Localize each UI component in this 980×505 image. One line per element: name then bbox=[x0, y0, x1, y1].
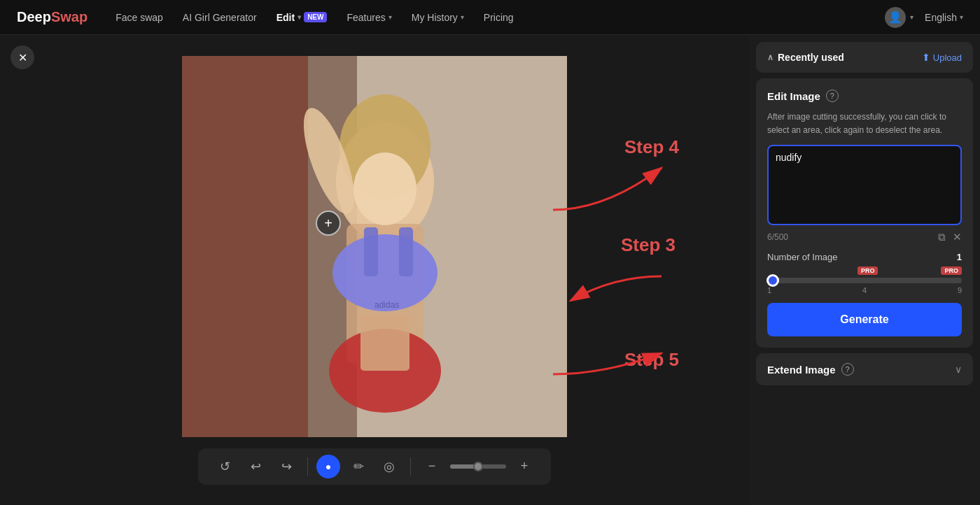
paint-brush-tool[interactable]: ✏ bbox=[346, 454, 371, 479]
extend-help-icon[interactable]: ? bbox=[841, 363, 854, 376]
zoom-slider-track[interactable] bbox=[450, 464, 506, 469]
extend-chevron-icon: ∨ bbox=[955, 364, 962, 375]
recently-used-card: ∧ Recently used ⬆ Upload bbox=[756, 42, 973, 73]
nav-edit[interactable]: Edit ▾ NEW bbox=[276, 12, 328, 23]
step3-label: Step 3 bbox=[621, 234, 676, 256]
copy-icon[interactable]: ⧉ bbox=[938, 231, 946, 243]
svg-rect-1 bbox=[182, 56, 308, 437]
char-count: 6/500 bbox=[767, 232, 788, 242]
image-container: adidas + Step 4 Step 3 Step 5 bbox=[182, 56, 567, 437]
num-images-value: 1 bbox=[957, 252, 962, 262]
svg-point-13 bbox=[354, 152, 416, 225]
navbar: DeepSwap Face swap AI Girl Generator Edi… bbox=[0, 0, 980, 35]
avatar: 👤 bbox=[885, 7, 906, 28]
edit-image-card: Edit Image ? After image cutting success… bbox=[756, 78, 973, 348]
lang-chevron: ▾ bbox=[960, 13, 963, 21]
num-images-row: Number of Image 1 PRO PRO 1 4 9 bbox=[767, 252, 962, 294]
step5-label: Step 5 bbox=[624, 349, 679, 371]
nav-features[interactable]: Features▾ bbox=[346, 12, 391, 23]
nav-my-history[interactable]: My History▾ bbox=[412, 12, 464, 23]
rotate-button[interactable]: ↺ bbox=[212, 454, 237, 479]
toolbar-divider1 bbox=[307, 457, 308, 476]
prompt-textarea[interactable] bbox=[767, 145, 962, 225]
brush-circle-tool[interactable]: ● bbox=[316, 455, 340, 478]
zoom-in-button[interactable]: + bbox=[512, 454, 537, 479]
svg-rect-6 bbox=[364, 227, 378, 276]
nav-links: Face swap AI Girl Generator Edit ▾ NEW F… bbox=[115, 12, 885, 23]
clear-icon[interactable]: ✕ bbox=[953, 231, 962, 243]
edit-help-icon[interactable]: ? bbox=[826, 90, 839, 102]
num-images-label: Number of Image bbox=[767, 252, 837, 262]
redo-button[interactable]: ↪ bbox=[274, 454, 299, 479]
zoom-out-button[interactable]: − bbox=[419, 454, 444, 479]
recently-used-title: ∧ Recently used bbox=[767, 52, 844, 63]
pro-badge-2: PRO bbox=[941, 266, 962, 275]
step4-label: Step 4 bbox=[624, 136, 679, 158]
language-label: English bbox=[925, 12, 957, 23]
nav-face-swap[interactable]: Face swap bbox=[115, 12, 163, 23]
avatar-chevron: ▾ bbox=[910, 13, 913, 21]
upload-icon: ⬆ bbox=[922, 52, 930, 63]
svg-rect-10 bbox=[360, 315, 410, 371]
toolbar-divider2 bbox=[410, 457, 411, 476]
extend-image-card[interactable]: Extend Image ? ∨ bbox=[756, 353, 973, 385]
main-image: adidas bbox=[182, 56, 567, 437]
prompt-container: nudify 6/500 ⧉ ✕ bbox=[767, 145, 962, 243]
slider-mid: 4 bbox=[862, 286, 867, 294]
new-badge: NEW bbox=[304, 12, 327, 22]
eraser-tool[interactable]: ◎ bbox=[377, 454, 402, 479]
edit-image-title: Edit Image bbox=[767, 90, 820, 102]
right-panel: ∧ Recently used ⬆ Upload Edit Image ? Af… bbox=[749, 35, 980, 505]
nav-right: 👤 ▾ English ▾ bbox=[885, 7, 963, 28]
avatar-area[interactable]: 👤 ▾ bbox=[885, 7, 913, 28]
edit-description: After image cutting successfully, you ca… bbox=[767, 111, 962, 136]
svg-text:adidas: adidas bbox=[374, 300, 399, 310]
nav-ai-girl[interactable]: AI Girl Generator bbox=[183, 12, 257, 23]
generate-button[interactable]: Generate bbox=[767, 303, 962, 336]
step3-arrow bbox=[556, 262, 668, 318]
image-toolbar: ↺ ↩ ↪ ● ✏ ◎ − + bbox=[198, 448, 551, 485]
nav-pricing[interactable]: Pricing bbox=[484, 12, 514, 23]
close-button[interactable]: ✕ bbox=[10, 45, 34, 69]
image-count-slider[interactable] bbox=[767, 278, 962, 283]
slider-thumb bbox=[766, 274, 779, 287]
pro-badge-1: PRO bbox=[858, 266, 878, 275]
extend-image-title: Extend Image bbox=[767, 364, 836, 376]
crosshair-marker[interactable]: + bbox=[316, 211, 341, 236]
zoom-slider-thumb bbox=[473, 462, 483, 471]
step4-arrow bbox=[550, 154, 676, 224]
main-content: ✕ bbox=[0, 35, 980, 505]
slider-min: 1 bbox=[767, 286, 771, 294]
undo-button[interactable]: ↩ bbox=[243, 454, 268, 479]
left-panel: ✕ bbox=[0, 35, 749, 505]
svg-rect-7 bbox=[399, 227, 413, 276]
slider-max: 9 bbox=[958, 286, 962, 294]
upload-button[interactable]: ⬆ Upload bbox=[922, 52, 962, 63]
chevron-up-icon: ∧ bbox=[767, 52, 774, 62]
logo[interactable]: DeepSwap bbox=[17, 9, 88, 25]
language-selector[interactable]: English ▾ bbox=[925, 12, 963, 23]
